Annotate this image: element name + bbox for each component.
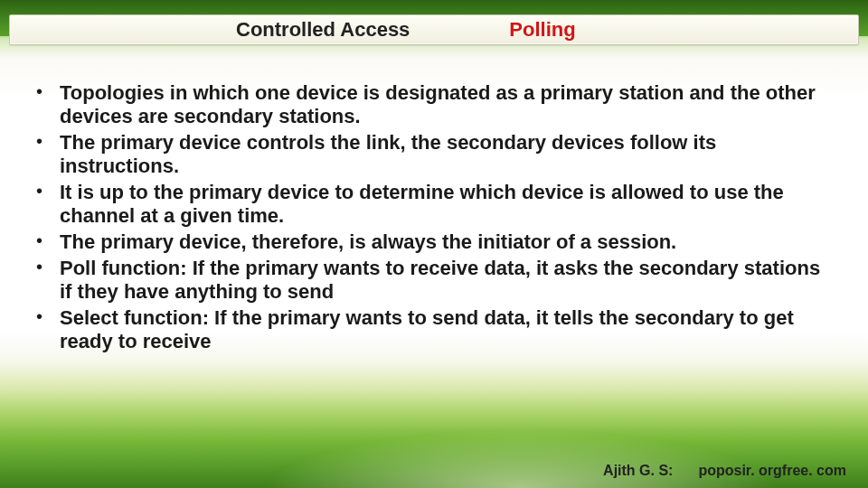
- title-bar: Controlled Access Polling: [9, 14, 859, 45]
- list-item: Poll function: If the primary wants to r…: [29, 257, 832, 304]
- title-left: Controlled Access: [10, 18, 410, 42]
- list-item: It is up to the primary device to determ…: [29, 181, 832, 228]
- list-item: Select function: If the primary wants to…: [29, 306, 832, 353]
- footer-author: Ajith G. S:: [603, 463, 673, 479]
- slide: Controlled Access Polling Topologies in …: [0, 0, 868, 488]
- body-content: Topologies in which one device is design…: [29, 81, 832, 355]
- list-item: The primary device, therefore, is always…: [29, 230, 832, 254]
- list-item: The primary device controls the link, th…: [29, 131, 832, 178]
- bullet-list: Topologies in which one device is design…: [29, 81, 832, 352]
- list-item: Topologies in which one device is design…: [29, 81, 832, 128]
- title-right: Polling: [410, 18, 575, 42]
- footer: Ajith G. S: poposir. orgfree. com: [603, 463, 846, 479]
- footer-site: poposir. orgfree. com: [698, 463, 846, 479]
